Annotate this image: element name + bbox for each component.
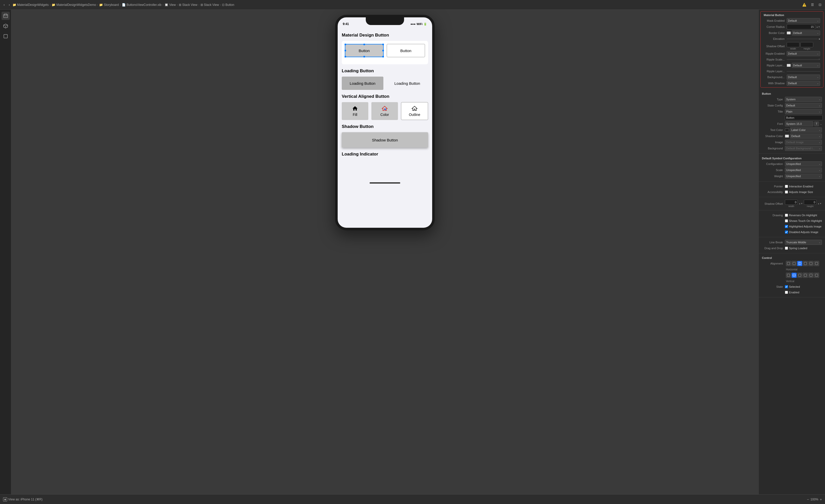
breadcrumb-item-6[interactable]: ⊞ Stack View (179, 3, 197, 7)
breadcrumb-item-2[interactable]: 📁 MaterialDesignWidgetsDemo (52, 3, 96, 7)
align-v-btn-1[interactable] (786, 273, 791, 278)
shadow-button[interactable]: Shadow Button (342, 132, 428, 148)
zoom-in-button[interactable]: + (820, 497, 822, 501)
breadcrumb-item-7[interactable]: ⊞ Stack View (201, 3, 219, 7)
align-btn-6[interactable] (814, 261, 819, 266)
vertical-btn-fill[interactable]: Fill (342, 102, 368, 120)
sidebar-icon-square[interactable] (2, 32, 10, 40)
shows-touch-checkbox[interactable] (785, 219, 788, 223)
loading-button-2[interactable]: Loading Button (386, 77, 428, 90)
configuration-select[interactable]: Unspecified ⌄ (785, 161, 822, 166)
selected-checkbox[interactable] (785, 285, 788, 288)
x-stepper[interactable]: ▲▼ (799, 202, 803, 205)
settings-button[interactable]: ☰ (809, 2, 816, 7)
svg-rect-20 (815, 274, 818, 276)
mask-enabled-select[interactable]: Default ⌄ (787, 18, 820, 23)
sidebar-icon-3d[interactable] (2, 12, 10, 20)
align-v-btn-2[interactable] (792, 273, 797, 278)
weight-select[interactable]: Unspecified ⌄ (785, 174, 822, 179)
border-color-row: Border Color Default ⌄ (761, 30, 823, 36)
alignment-v-row (759, 272, 825, 278)
align-v-btn-3[interactable] (797, 273, 802, 278)
line-break-select[interactable]: Truncate Middle ⌄ (785, 240, 822, 245)
svg-line-2 (4, 25, 6, 26)
spring-loaded-checkbox[interactable] (785, 247, 788, 250)
breadcrumb-item-3[interactable]: 📁 Storyboard (99, 3, 119, 7)
accessibility-checkbox[interactable] (785, 190, 788, 193)
enabled-checkbox[interactable] (785, 291, 788, 294)
state-config-select[interactable]: Default ⌄ (785, 103, 822, 108)
view-as-button[interactable]: ▣ View as: iPhone 11 (⌘R) (3, 497, 43, 501)
vertical-btn-outline[interactable]: Outline (401, 102, 428, 120)
image-select[interactable]: Default Image ⌄ (785, 140, 822, 145)
pointer-checkbox[interactable] (785, 185, 788, 188)
handle-tm (364, 44, 365, 45)
phone-mockup: 9:41 ●●● WiFi 🔋 Material Design Button (335, 15, 435, 230)
shadow-offset-width-input[interactable] (787, 42, 800, 47)
font-select[interactable]: System 15.0 (785, 121, 813, 127)
back-button[interactable]: ‹ (2, 2, 6, 7)
svg-rect-13 (815, 262, 818, 265)
material-button-1[interactable]: Button (345, 44, 384, 57)
align-v-btn-5[interactable] (808, 273, 814, 278)
border-color-select[interactable]: Default ⌄ (792, 30, 820, 35)
with-shadow-select[interactable]: Default ⌄ (787, 81, 820, 86)
shadow-color-select[interactable]: Default ⌄ (790, 134, 822, 139)
handle-tr (382, 44, 384, 45)
ripple-layer2-slider[interactable] (787, 71, 820, 72)
warning-button[interactable]: ⚠️ (801, 2, 808, 7)
align-btn-1[interactable] (786, 261, 791, 266)
text-color-select[interactable]: Label Color ⌄ (790, 128, 822, 133)
ripple-layer1-swatch[interactable] (787, 64, 791, 67)
background-select[interactable]: Default ⌄ (787, 75, 820, 80)
ripple-layer1-select[interactable]: Default ⌄ (792, 63, 820, 68)
align-v-btn-4[interactable] (803, 273, 808, 278)
shadow-offset-height-input[interactable] (801, 42, 813, 47)
highlighted-adjusts-checkbox[interactable] (785, 225, 788, 228)
y-stepper[interactable]: ▲▼ (818, 202, 822, 205)
shadow-color-swatch[interactable] (785, 135, 789, 138)
breadcrumb-item-4[interactable]: 📄 ButtonsViewController.xib (122, 3, 161, 7)
background-img-select[interactable]: Default Background I... ⌄ (785, 146, 822, 151)
align-btn-3[interactable] (797, 261, 802, 266)
canvas-area[interactable]: 9:41 ●●● WiFi 🔋 Material Design Button (11, 10, 759, 494)
ripple-scale-slider[interactable]: ⌄ (787, 60, 820, 60)
elevation-stepper[interactable]: ◆ (819, 38, 820, 40)
breadcrumb-item-5[interactable]: 🔲 View (164, 3, 176, 7)
forward-button[interactable]: › (7, 2, 11, 7)
zoom-out-button[interactable]: − (807, 497, 809, 501)
text-color-swatch[interactable] (785, 129, 789, 132)
ripple-layer2-row: Ripple Layer... (761, 68, 823, 74)
material-button-2[interactable]: Button (387, 44, 425, 57)
corner-radius-input[interactable] (787, 24, 815, 29)
shadow-offset-x-field: Width (785, 200, 798, 207)
title-value-row (759, 115, 825, 121)
sidebar-icon-package[interactable] (2, 22, 10, 30)
border-color-swatch[interactable] (787, 31, 791, 34)
vertical-btn-color[interactable]: Color (371, 102, 398, 120)
title-value-input[interactable] (785, 115, 823, 120)
shadow-offset-y-input[interactable] (804, 200, 817, 205)
breadcrumb-item-1[interactable]: 📁 MaterialDesignWidgets (12, 3, 49, 7)
align-v-btn-6[interactable] (814, 273, 819, 278)
loading-button-1[interactable]: Loading Button (342, 77, 383, 90)
align-btn-5[interactable] (808, 261, 814, 266)
ripple-enabled-select[interactable]: Default ⌄ (787, 51, 820, 56)
corner-radius-label: Corner Radius (764, 25, 787, 28)
align-btn-4[interactable] (803, 261, 808, 266)
title-select[interactable]: Plain ⌄ (785, 109, 822, 114)
align-btn-2[interactable] (792, 261, 797, 266)
elevation-slider-track[interactable] (787, 39, 818, 39)
type-select[interactable]: System ⌄ (785, 97, 822, 102)
shadow-offset-width-sublabel: Width (790, 48, 796, 50)
reverses-checkbox[interactable] (785, 214, 788, 217)
disabled-adjusts-checkbox[interactable] (785, 231, 788, 234)
font-size-button[interactable]: T (814, 121, 819, 126)
shadow-offset-x-input[interactable] (785, 200, 798, 205)
breadcrumb-item-8[interactable]: ⊡ Button (222, 3, 234, 7)
scale-select[interactable]: Unspecified ⌄ (785, 167, 822, 173)
pointer-section-panel: Pointer Interaction Enabled Accessibilit… (759, 181, 825, 197)
corner-radius-stepper[interactable]: ▲▼ (816, 26, 820, 28)
view-as-label: View as: iPhone 11 (⌘R) (8, 498, 43, 501)
layout-button[interactable]: ⊡ (817, 2, 823, 7)
